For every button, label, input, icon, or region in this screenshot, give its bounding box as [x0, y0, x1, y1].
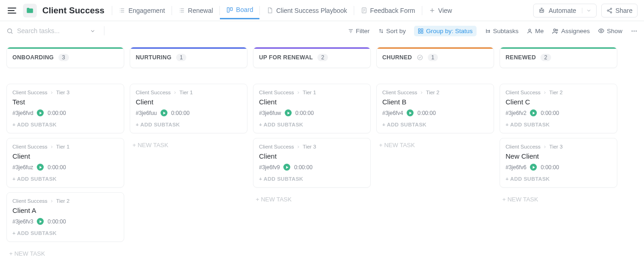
tab-board[interactable]: Board: [220, 1, 259, 19]
tab-label: Renewal: [188, 7, 213, 14]
play-icon[interactable]: [285, 109, 292, 116]
task-card[interactable]: Client SuccessTier 3Test#3je6fvd0:00:00+…: [6, 84, 124, 133]
task-title: Client B: [382, 98, 488, 106]
task-time: 0:00:00: [47, 164, 66, 171]
breadcrumb-item: Client Success: [259, 90, 294, 95]
toolbar: Filter Sort by Group by: Status Subtasks…: [0, 21, 644, 40]
breadcrumb-item: Tier 2: [56, 198, 69, 204]
add-view-button[interactable]: View: [422, 2, 459, 19]
chevron-right-icon: [50, 145, 54, 149]
task-card[interactable]: Client SuccessTier 3New Client#3je6fv60:…: [500, 138, 617, 188]
column-header[interactable]: CHURNED1: [376, 47, 494, 68]
sort-button[interactable]: Sort by: [378, 28, 406, 34]
task-meta: #3je6fv40:00:00: [382, 109, 488, 116]
add-subtask-button[interactable]: + ADD SUBTASK: [506, 176, 611, 182]
column-header[interactable]: ONBOARDING3: [6, 47, 124, 68]
play-icon[interactable]: [37, 164, 44, 171]
task-meta: #3je6fvd0:00:00: [12, 109, 118, 116]
automate-button[interactable]: Automate: [533, 4, 597, 17]
new-task-button[interactable]: + NEW TASK: [376, 138, 494, 152]
show-button[interactable]: Show: [598, 28, 622, 34]
column-header[interactable]: UP FOR RENEWAL2: [253, 47, 371, 68]
search-input[interactable]: [17, 27, 86, 34]
me-button[interactable]: Me: [527, 28, 544, 34]
add-subtask-button[interactable]: + ADD SUBTASK: [12, 122, 118, 127]
breadcrumb-item: Tier 2: [426, 90, 439, 95]
play-icon[interactable]: [407, 109, 414, 116]
menu-icon[interactable]: [6, 5, 17, 16]
share-button[interactable]: Share: [601, 4, 638, 17]
new-task-button[interactable]: + NEW TASK: [253, 192, 371, 206]
task-card[interactable]: Client SuccessTier 1Client#3je6fuu0:00:0…: [130, 84, 247, 133]
subtasks-button[interactable]: Subtasks: [485, 28, 519, 34]
play-icon[interactable]: [530, 164, 537, 171]
column-body: Client SuccessTier 1Client#3je6fuw0:00:0…: [253, 84, 371, 206]
group-by-button[interactable]: Group by: Status: [414, 26, 476, 36]
column-header[interactable]: RENEWED2: [500, 47, 617, 68]
play-icon[interactable]: [530, 109, 537, 116]
add-subtask-button[interactable]: + ADD SUBTASK: [259, 176, 365, 182]
folder-icon[interactable]: [23, 4, 37, 17]
svg-point-21: [633, 30, 634, 31]
task-meta: #3je6fv30:00:00: [12, 218, 118, 225]
column-header[interactable]: NURTURING1: [130, 47, 247, 68]
header: Client Success Engagement Renewal Board …: [0, 0, 644, 21]
svg-point-14: [489, 30, 490, 31]
task-meta: #3je6fv60:00:00: [506, 164, 611, 171]
column-count: 1: [428, 54, 438, 61]
board-column: ONBOARDING3Client SuccessTier 3Test#3je6…: [6, 47, 124, 261]
tab-playbook[interactable]: Client Success Playbook: [260, 2, 353, 19]
task-title: Client A: [12, 206, 118, 214]
task-card[interactable]: Client SuccessTier 1Client#3je6fuz0:00:0…: [6, 138, 124, 188]
add-view-label: View: [438, 7, 452, 14]
add-subtask-button[interactable]: + ADD SUBTASK: [382, 122, 488, 127]
task-id: #3je6fv6: [506, 164, 526, 171]
column-title: CHURNED: [382, 54, 412, 61]
filter-button[interactable]: Filter: [348, 28, 370, 34]
column-title: NURTURING: [136, 54, 172, 61]
tab-feedback-form[interactable]: Feedback Form: [354, 2, 422, 19]
breadcrumb-item: Tier 3: [549, 144, 563, 149]
search-icon: [6, 28, 13, 34]
play-icon[interactable]: [37, 109, 44, 116]
breadcrumb-item: Client Success: [506, 144, 540, 149]
breadcrumb-item: Client Success: [136, 90, 171, 95]
tab-label: Feedback Form: [370, 7, 415, 14]
svg-rect-12: [419, 31, 420, 33]
new-task-button[interactable]: + NEW TASK: [6, 246, 124, 261]
assignees-label: Assignees: [561, 28, 590, 34]
more-icon[interactable]: [631, 28, 638, 34]
task-card[interactable]: Client SuccessTier 3Client#3je6fv90:00:0…: [253, 138, 371, 188]
task-id: #3je6fv2: [506, 110, 526, 116]
add-subtask-button[interactable]: + ADD SUBTASK: [259, 122, 365, 127]
task-card[interactable]: Client SuccessTier 2Client C#3je6fv20:00…: [500, 84, 617, 133]
add-subtask-button[interactable]: + ADD SUBTASK: [506, 122, 611, 127]
column-body: Client SuccessTier 2Client C#3je6fv20:00…: [500, 84, 617, 206]
column-body: Client SuccessTier 3Test#3je6fvd0:00:00+…: [6, 84, 124, 261]
new-task-button[interactable]: + NEW TASK: [130, 138, 247, 152]
svg-point-5: [542, 10, 543, 11]
task-card[interactable]: Client SuccessTier 2Client B#3je6fv40:00…: [376, 84, 494, 133]
task-title: Client: [259, 152, 365, 160]
add-subtask-button[interactable]: + ADD SUBTASK: [12, 176, 118, 182]
new-task-button[interactable]: + NEW TASK: [500, 192, 617, 206]
svg-rect-1: [230, 7, 232, 10]
play-icon[interactable]: [283, 164, 290, 171]
add-subtask-button[interactable]: + ADD SUBTASK: [12, 230, 118, 236]
play-icon[interactable]: [37, 218, 44, 225]
chevron-right-icon: [420, 91, 424, 95]
task-time: 0:00:00: [171, 110, 190, 116]
share-label: Share: [615, 7, 632, 14]
task-card[interactable]: Client SuccessTier 1Client#3je6fuw0:00:0…: [253, 84, 371, 133]
breadcrumb-item: Client Success: [382, 90, 417, 95]
tab-renewal[interactable]: Renewal: [172, 2, 219, 19]
play-icon[interactable]: [161, 109, 167, 116]
chevron-right-icon: [50, 91, 54, 95]
breadcrumb-item: Client Success: [259, 144, 294, 149]
add-subtask-button[interactable]: + ADD SUBTASK: [136, 122, 242, 127]
chevron-down-icon[interactable]: [90, 28, 96, 34]
assignees-button[interactable]: Assignees: [552, 28, 590, 34]
tab-engagement[interactable]: Engagement: [112, 2, 171, 19]
breadcrumb: Client SuccessTier 1: [136, 90, 242, 95]
task-card[interactable]: Client SuccessTier 2Client A#3je6fv30:00…: [6, 192, 124, 242]
